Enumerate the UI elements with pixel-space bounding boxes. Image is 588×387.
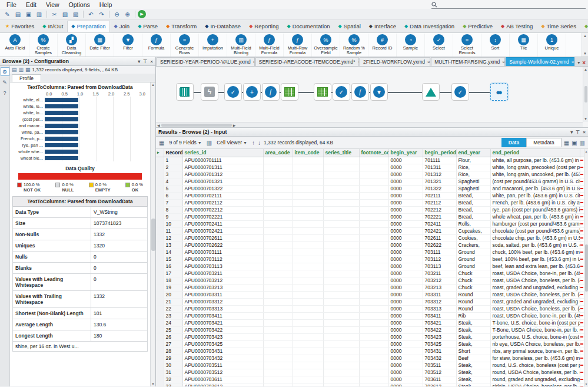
undo-icon[interactable]: ↶ (86, 9, 96, 19)
canvas-horizontal-scrollbar[interactable]: ◀ ▶ (156, 122, 583, 127)
tool-oversample-field[interactable]: %Oversample Field (312, 34, 340, 57)
run-button[interactable]: ▶ (138, 10, 146, 18)
pin-icon[interactable]: ⊤ (576, 130, 580, 135)
menu-file[interactable]: File (2, 1, 21, 8)
table-row[interactable]: 24APU00007034210000703421Steak,T-bone, U… (156, 319, 584, 326)
tool-multi-row-formula[interactable]: ƒMulti-Row Formula (284, 34, 312, 57)
copy-icon[interactable]: ▥ (580, 140, 585, 146)
table-row[interactable]: 15APU00007031120000703112Groundbeef, 100… (156, 256, 584, 263)
column-header-area-code[interactable]: area_code (263, 149, 293, 157)
table-row[interactable]: 2APU00007013110000701311Rice,white, long… (156, 164, 584, 171)
scroll-thumb[interactable] (584, 86, 587, 102)
tool-sort[interactable]: ↕Sort (481, 34, 510, 57)
table-row[interactable]: 17APU00007032110000703211Chuckroast, USD… (156, 270, 584, 277)
table-row[interactable]: 18APU00007032120000703212Chuckroast, USD… (156, 277, 584, 284)
open-workflow-icon[interactable]: ▤ (13, 9, 23, 19)
bar[interactable] (45, 111, 78, 115)
fields-dropdown[interactable]: 9 of 9 Fields ▼ (167, 139, 203, 146)
table-row[interactable]: 8APU00007022120000702212Bread,rye, pan (… (156, 206, 584, 213)
table-row[interactable]: 6APU00007021110000702111Bread,white, pan… (156, 192, 584, 199)
table-row[interactable]: 20APU00007033110000703311Roundroast, USD… (156, 291, 584, 298)
ribbon-tab-documentation[interactable]: ◆Documentation (283, 21, 334, 32)
scroll-thumb[interactable] (161, 124, 232, 127)
column-header-item-code[interactable]: item_code (293, 149, 323, 157)
table-row[interactable]: 11APU00007024210000702421Cupcakes,chocol… (156, 227, 584, 234)
ribbon-tab-reporting[interactable]: ◆Reporting (245, 21, 283, 32)
close-icon[interactable]: × (583, 130, 586, 135)
ribbon-tab-favorites[interactable]: ★Favorites (1, 21, 38, 32)
cell-viewer-dropdown[interactable]: Cell Viewer ▼ (215, 139, 249, 146)
ribbon-tab-in-database[interactable]: ◆In-Database (201, 21, 245, 32)
table-row[interactable]: 25APU00007034220000703422Steak,T-Bone, U… (156, 326, 584, 333)
macro-tool[interactable]: ϟ (201, 83, 218, 101)
tab-close-icon[interactable]: × (572, 59, 574, 65)
menu-options[interactable]: Options (64, 1, 95, 8)
ribbon-tab-join[interactable]: ◆Join (110, 21, 134, 32)
select-tool-2[interactable]: ✓ (333, 83, 350, 101)
table-row[interactable]: 27APU00007034250000703425Steak,rib eye, … (156, 340, 584, 348)
tool-select[interactable]: ✓Select (425, 34, 453, 57)
menu-view[interactable]: View (41, 1, 64, 8)
arrow-down-icon[interactable]: ↓ (258, 140, 261, 146)
tool-select-records[interactable]: ≡Select Records (453, 34, 481, 57)
ribbon-tab-preparation[interactable]: ◆Preparation (67, 21, 109, 32)
data-cleansing-tool[interactable]: + (243, 83, 261, 101)
bar[interactable] (45, 104, 78, 108)
table-row[interactable]: 22APU00007033130000703313Roundroast, USD… (156, 305, 584, 312)
table-row[interactable]: 33APU00007036120000703612Steak,sirloin, … (156, 383, 584, 386)
workflow-tab-seriesid-areacode-itemcode-yxmd[interactable]: SERIESID-AREACODE-ITEMCODE.yxmd*× (255, 57, 359, 66)
table-row[interactable]: 1APU00007011110000701111Flour,white, all… (156, 157, 584, 164)
palette-scrollbar[interactable]: ▲ ▼ (582, 33, 588, 57)
zoom-out-icon[interactable]: ⊖ (112, 9, 122, 19)
tool-multi-field-formula[interactable]: ƒMulti-Field Formula (255, 34, 284, 57)
scroll-up-icon[interactable]: ▲ (583, 34, 587, 38)
paste-icon[interactable]: ▨ (71, 9, 81, 19)
column-header-end-period[interactable]: end_period (490, 149, 580, 157)
column-header-footnote-codes[interactable]: footnote_codes (359, 149, 388, 157)
bar[interactable] (45, 137, 78, 141)
column-header-record[interactable]: Record # (164, 149, 182, 157)
zoom-in-icon[interactable]: ⊕ (122, 9, 132, 19)
chevron-down-icon[interactable]: ▾ (570, 130, 573, 135)
bar[interactable] (45, 117, 78, 121)
formula-tool-2[interactable]: ƒ (351, 83, 369, 101)
layout-grid-icon[interactable]: ▦ (25, 67, 31, 72)
table-row[interactable]: 32APU00007036110000703611Steak,round, gr… (156, 376, 584, 383)
results-scrollbar[interactable]: ▲ ▼ (584, 149, 588, 386)
tool-multi-field-binning[interactable]: ▥Multi-Field Binning (227, 34, 255, 57)
tool-create-samples[interactable]: %Create Samples (29, 34, 58, 57)
scroll-down-icon[interactable]: ▼ (585, 382, 588, 386)
tab-close-icon[interactable]: × (253, 59, 255, 65)
config-scrollbar[interactable]: ▲ ▼ (150, 82, 155, 386)
column-header-end-year[interactable]: end_year (456, 149, 490, 157)
workflow-tab-multi-item-parsing-yxmd[interactable]: MULTI-ITEM-PARSING.yxmd× (431, 57, 505, 66)
table-row[interactable]: 10APU00007024110000702411Rolls,hamburger… (156, 220, 584, 227)
ribbon-tab-time-series[interactable]: ◆Time Series (537, 21, 580, 32)
cut-icon[interactable]: ✂ (49, 9, 59, 19)
tool-date-filter[interactable]: ▦Date Filter (86, 34, 114, 57)
tool-generate-rows[interactable]: ≡Generate Rows (171, 34, 199, 57)
brush-icon[interactable]: ✎ (1, 78, 9, 87)
scroll-thumb[interactable] (151, 219, 155, 251)
tool-tile[interactable]: ▦Tile (510, 34, 538, 57)
workflow-tab-seriesid-year-period-value-yxmd[interactable]: SERIESID-YEAR-PERIOD-VALUE.yxmd× (157, 57, 255, 66)
filter-tool[interactable]: ▼ (370, 83, 388, 101)
print-icon[interactable]: ▥ (34, 9, 44, 19)
view-tab-metadata[interactable]: Metadata (526, 138, 561, 147)
column-header-series-title[interactable]: series_title (323, 149, 359, 157)
chevron-down-icon[interactable]: ▾ (138, 59, 140, 64)
layout-split-icon[interactable]: ▥ (19, 67, 24, 72)
browse-tool[interactable]: ●● (490, 83, 508, 101)
select-tool[interactable]: ✓ (224, 83, 242, 101)
bar[interactable] (45, 156, 78, 160)
canvas-vertical-scrollbar[interactable]: ▲ ▼ (583, 67, 588, 122)
tab-close-icon[interactable]: × (502, 59, 505, 65)
bar[interactable] (45, 150, 78, 154)
tab-close-icon[interactable]: × (358, 59, 359, 65)
scroll-up-icon[interactable]: ▲ (151, 83, 155, 87)
sample-tool[interactable] (422, 83, 440, 101)
open-new-window-icon[interactable]: ▦ (564, 140, 569, 146)
table-row[interactable]: 14APU00007031110000703111Groundchuck, 10… (156, 249, 584, 256)
tool-sample[interactable]: ◔Sample (397, 34, 425, 57)
bar[interactable] (45, 98, 78, 102)
